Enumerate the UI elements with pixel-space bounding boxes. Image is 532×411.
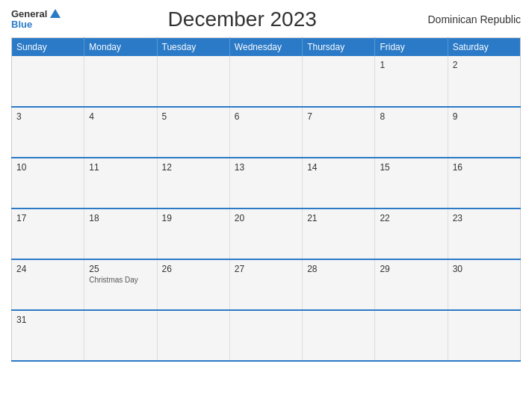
day-number: 12	[162, 162, 225, 173]
day-number: 29	[380, 264, 442, 274]
day-number: 30	[453, 264, 516, 274]
day-number: 25	[89, 264, 152, 274]
calendar-day-cell: 4	[84, 107, 157, 158]
day-number: 6	[235, 111, 297, 122]
calendar-day-cell	[448, 310, 520, 361]
header-sunday: Sunday	[12, 38, 84, 57]
calendar-day-cell: 13	[229, 158, 302, 208]
calendar-day-cell: 8	[375, 107, 448, 158]
calendar-day-cell	[157, 56, 229, 107]
logo-general-text: General	[11, 9, 47, 19]
header-wednesday: Wednesday	[229, 38, 302, 57]
calendar-day-cell: 11	[84, 158, 157, 208]
day-number: 8	[380, 111, 442, 122]
calendar-day-cell: 21	[303, 208, 375, 259]
day-number: 21	[307, 213, 370, 223]
calendar-week-row: 3456789	[12, 107, 521, 158]
calendar-day-cell: 6	[229, 107, 302, 158]
day-number: 14	[307, 162, 370, 173]
calendar-day-cell: 17	[12, 208, 84, 259]
calendar-day-cell: 23	[448, 208, 520, 259]
calendar-day-cell: 27	[229, 259, 302, 310]
calendar-day-cell	[303, 56, 375, 107]
calendar-day-cell: 22	[375, 208, 448, 259]
header-tuesday: Tuesday	[157, 38, 229, 57]
day-number: 26	[162, 264, 225, 274]
day-number: 10	[16, 162, 79, 173]
day-number: 20	[235, 213, 297, 223]
calendar-day-cell	[157, 310, 229, 361]
calendar-day-cell	[229, 56, 302, 107]
page: General Blue December 2023 Dominican Rep…	[0, 0, 532, 411]
calendar-day-cell	[84, 56, 157, 107]
calendar-day-cell: 25Christmas Day	[84, 259, 157, 310]
calendar-day-cell	[375, 310, 448, 361]
calendar-day-cell: 2	[448, 56, 520, 107]
logo-triangle-icon	[50, 9, 61, 18]
calendar-day-cell: 1	[375, 56, 448, 107]
day-number: 24	[16, 264, 79, 274]
calendar-day-cell: 15	[375, 158, 448, 208]
calendar-day-cell: 30	[448, 259, 520, 310]
calendar-day-cell: 10	[12, 158, 84, 208]
calendar-day-cell: 14	[303, 158, 375, 208]
day-number: 13	[235, 162, 297, 173]
day-number: 5	[162, 111, 225, 122]
header-thursday: Thursday	[303, 38, 375, 57]
day-number: 3	[16, 111, 79, 122]
calendar-week-row: 12	[12, 56, 521, 107]
day-number: 27	[235, 264, 297, 274]
calendar-week-row: 31	[12, 310, 521, 361]
calendar-header: Sunday Monday Tuesday Wednesday Thursday…	[12, 38, 521, 57]
day-number: 9	[453, 111, 516, 122]
calendar-day-cell: 19	[157, 208, 229, 259]
calendar-day-cell	[84, 310, 157, 361]
day-number: 23	[453, 213, 516, 223]
holiday-label: Christmas Day	[89, 276, 152, 284]
calendar-day-cell: 18	[84, 208, 157, 259]
day-number: 18	[89, 213, 152, 223]
country-label: Dominican Republic	[424, 13, 521, 25]
calendar-day-cell: 5	[157, 107, 229, 158]
day-number: 28	[307, 264, 370, 274]
header-saturday: Saturday	[448, 38, 520, 57]
calendar-day-cell: 26	[157, 259, 229, 310]
day-number: 1	[380, 60, 442, 70]
calendar-title: December 2023	[61, 7, 424, 31]
calendar-day-cell	[303, 310, 375, 361]
day-number: 19	[162, 213, 225, 223]
calendar-day-cell: 12	[157, 158, 229, 208]
calendar-day-cell: 16	[448, 158, 520, 208]
day-number: 2	[453, 60, 516, 70]
days-header-row: Sunday Monday Tuesday Wednesday Thursday…	[12, 38, 521, 57]
header-friday: Friday	[375, 38, 448, 57]
day-number: 11	[89, 162, 152, 173]
header: General Blue December 2023 Dominican Rep…	[11, 7, 521, 31]
calendar-day-cell: 20	[229, 208, 302, 259]
calendar-table: Sunday Monday Tuesday Wednesday Thursday…	[11, 37, 521, 362]
day-number: 16	[453, 162, 516, 173]
day-number: 17	[16, 213, 79, 223]
calendar-day-cell: 24	[12, 259, 84, 310]
day-number: 15	[380, 162, 442, 173]
calendar-day-cell: 7	[303, 107, 375, 158]
logo-blue-text: Blue	[11, 19, 32, 30]
calendar-day-cell	[12, 56, 84, 107]
calendar-week-row: 17181920212223	[12, 208, 521, 259]
day-number: 31	[16, 315, 79, 325]
calendar-day-cell	[229, 310, 302, 361]
calendar-day-cell: 31	[12, 310, 84, 361]
calendar-day-cell: 28	[303, 259, 375, 310]
day-number: 4	[89, 111, 152, 122]
calendar-day-cell: 3	[12, 107, 84, 158]
calendar-body: 1234567891011121314151617181920212223242…	[12, 56, 521, 361]
header-monday: Monday	[84, 38, 157, 57]
calendar-week-row: 2425Christmas Day2627282930	[12, 259, 521, 310]
calendar-day-cell: 29	[375, 259, 448, 310]
day-number: 7	[307, 111, 370, 122]
logo: General Blue	[11, 9, 61, 31]
calendar-week-row: 10111213141516	[12, 158, 521, 208]
calendar-day-cell: 9	[448, 107, 520, 158]
day-number: 22	[380, 213, 442, 223]
